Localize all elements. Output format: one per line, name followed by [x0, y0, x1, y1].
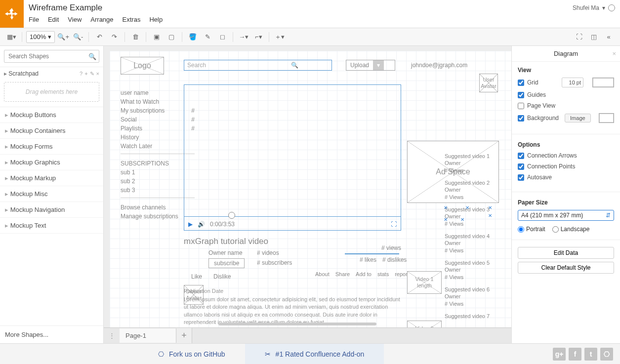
- edit-data-button[interactable]: Edit Data: [518, 247, 614, 259]
- shape-category[interactable]: Mockup Misc: [0, 186, 103, 202]
- search-icon[interactable]: 🔍: [88, 53, 96, 60]
- wf-search-icon: 🔍: [258, 62, 331, 69]
- bg-image-button[interactable]: Image: [565, 114, 591, 122]
- zoom-in-icon[interactable]: 🔍+: [57, 31, 70, 43]
- delete-icon[interactable]: 🗑: [129, 31, 142, 43]
- clear-style-button[interactable]: Clear Default Style: [518, 262, 614, 274]
- selection-handle[interactable]: ✕: [488, 205, 492, 210]
- chevron-down-icon: ▾: [373, 60, 384, 70]
- selection-handle[interactable]: ✕: [488, 213, 492, 218]
- waypoint-icon[interactable]: ⌐▾: [252, 31, 265, 43]
- collapse-icon[interactable]: «: [602, 31, 615, 43]
- wf-video-player[interactable]: ▶ 🔊 0:00/3:53 ⛶: [184, 84, 401, 231]
- menu-view[interactable]: View: [68, 16, 82, 23]
- pageview-checkbox[interactable]: [518, 103, 524, 109]
- confluence-link[interactable]: ✂ #1 Rated Confluence Add-on: [245, 344, 384, 364]
- shape-category[interactable]: Mockup Text: [0, 218, 103, 234]
- conn-points-checkbox[interactable]: [518, 163, 524, 170]
- wf-user-avatar[interactable]: UserAvatar: [479, 74, 498, 92]
- view-mode-button[interactable]: ▦▾: [5, 31, 18, 43]
- selection-handle[interactable]: ✕: [460, 217, 464, 222]
- selection-handle[interactable]: ✕: [444, 205, 448, 210]
- play-icon[interactable]: ▶: [188, 221, 193, 228]
- canvas[interactable]: Logo Search🔍 Upload▾ johndoe@jgraph.com …: [104, 46, 511, 327]
- shadow-icon[interactable]: ◻: [216, 31, 229, 43]
- document-title[interactable]: Wireframe Example: [29, 3, 102, 13]
- menu-file[interactable]: File: [29, 16, 39, 23]
- menu-arrange[interactable]: Arrange: [90, 16, 113, 23]
- github-social-icon[interactable]: ⎔: [600, 348, 613, 361]
- line-color-icon[interactable]: ✎: [201, 31, 214, 43]
- scratchpad-close-icon[interactable]: ×: [96, 71, 99, 77]
- user-name[interactable]: Shufei Ma: [573, 4, 599, 11]
- scrollbar-thumb[interactable]: [218, 323, 376, 325]
- portrait-radio[interactable]: [518, 226, 524, 233]
- close-icon[interactable]: ×: [612, 50, 616, 57]
- wf-upload[interactable]: Upload▾: [346, 60, 395, 71]
- facebook-icon[interactable]: f: [569, 348, 581, 361]
- expand-icon[interactable]: ⛶: [391, 221, 397, 228]
- wf-subscribe-button[interactable]: subscribe: [208, 258, 245, 268]
- wf-suggested-thumb[interactable]: Video 1length: [407, 271, 442, 294]
- shape-category[interactable]: Mockup Buttons: [0, 107, 103, 123]
- selection-handle[interactable]: ✕: [465, 205, 469, 210]
- app-logo[interactable]: [0, 0, 24, 28]
- github-link[interactable]: ⎔ Fork us on GitHub: [138, 344, 245, 364]
- redo-icon[interactable]: ↷: [108, 31, 121, 43]
- panel-title: Diagram: [554, 50, 578, 57]
- twitter-icon[interactable]: t: [584, 348, 597, 361]
- toolbar: ▦▾ 100%▾ 🔍+ 🔍- ↶ ↷ 🗑 ▣ ▢ 🪣 ✎ ◻ →▾ ⌐▾ ＋▾ …: [0, 28, 620, 46]
- menu-extras[interactable]: Extras: [123, 16, 141, 23]
- fill-icon[interactable]: 🪣: [186, 31, 199, 43]
- bg-color-swatch[interactable]: [599, 113, 614, 123]
- search-shapes-input[interactable]: [4, 50, 99, 63]
- scratchpad-dropzone[interactable]: Drag elements here: [4, 82, 99, 102]
- scratchpad-edit-icon[interactable]: ✎: [90, 71, 94, 77]
- grid-size-input[interactable]: 10 pt: [562, 78, 583, 87]
- fullscreen-icon[interactable]: ⛶: [573, 31, 585, 43]
- guides-checkbox[interactable]: [518, 92, 524, 98]
- more-shapes-button[interactable]: More Shapes...: [0, 325, 103, 343]
- shape-category[interactable]: Mockup Markup: [0, 170, 103, 186]
- zoom-out-icon[interactable]: 🔍-: [72, 31, 84, 43]
- grid-checkbox[interactable]: [518, 80, 524, 86]
- wf-scrubber[interactable]: [228, 212, 235, 219]
- menubar: File Edit View Arrange Extras Help: [24, 13, 620, 27]
- add-page-button[interactable]: +: [176, 328, 192, 344]
- scratchpad-title[interactable]: Scratchpad: [4, 70, 39, 77]
- volume-icon[interactable]: 🔊: [198, 221, 205, 228]
- add-icon[interactable]: ＋▾: [273, 31, 286, 43]
- to-front-icon[interactable]: ▣: [150, 31, 163, 43]
- paper-size-select[interactable]: A4 (210 mm x 297 mm)⇵: [518, 210, 614, 221]
- tab-menu-icon[interactable]: ⋮: [104, 332, 120, 339]
- wf-suggested-meta: Suggested video 7: [445, 313, 490, 320]
- scratchpad-add-icon[interactable]: +: [84, 71, 87, 77]
- menu-help[interactable]: Help: [149, 16, 163, 23]
- to-back-icon[interactable]: ▢: [165, 31, 178, 43]
- undo-icon[interactable]: ↶: [93, 31, 106, 43]
- shape-category[interactable]: Mockup Containers: [0, 123, 103, 139]
- wf-search[interactable]: Search🔍: [184, 60, 332, 71]
- connection-icon[interactable]: →▾: [237, 31, 250, 43]
- scratchpad-help-icon[interactable]: ?: [80, 71, 83, 77]
- menu-edit[interactable]: Edit: [48, 16, 59, 23]
- conn-arrows-checkbox[interactable]: [518, 153, 524, 159]
- autosave-checkbox[interactable]: [518, 174, 524, 181]
- footer: ⎔ Fork us on GitHub ✂ #1 Rated Confluenc…: [0, 343, 620, 364]
- shape-category[interactable]: Mockup Navigation: [0, 202, 103, 218]
- chevron-down-icon[interactable]: ▾: [602, 4, 605, 11]
- globe-icon[interactable]: [608, 4, 615, 11]
- landscape-radio[interactable]: [552, 226, 559, 233]
- shape-category[interactable]: Mockup Graphics: [0, 155, 103, 170]
- page-tabs: ⋮ Page-1 +: [104, 327, 511, 343]
- wf-logo[interactable]: Logo: [121, 57, 164, 75]
- wf-suggested-thumb[interactable]: Video 2length: [407, 321, 442, 327]
- grid-color-swatch[interactable]: [592, 78, 614, 87]
- format-panel-icon[interactable]: ◫: [587, 31, 600, 43]
- gplus-icon[interactable]: g+: [553, 348, 566, 361]
- background-checkbox[interactable]: [518, 115, 524, 121]
- zoom-select[interactable]: 100%▾: [26, 31, 55, 43]
- page-tab-1[interactable]: Page-1: [120, 328, 176, 343]
- selection-handle[interactable]: ✕: [444, 217, 448, 222]
- shape-category[interactable]: Mockup Forms: [0, 139, 103, 155]
